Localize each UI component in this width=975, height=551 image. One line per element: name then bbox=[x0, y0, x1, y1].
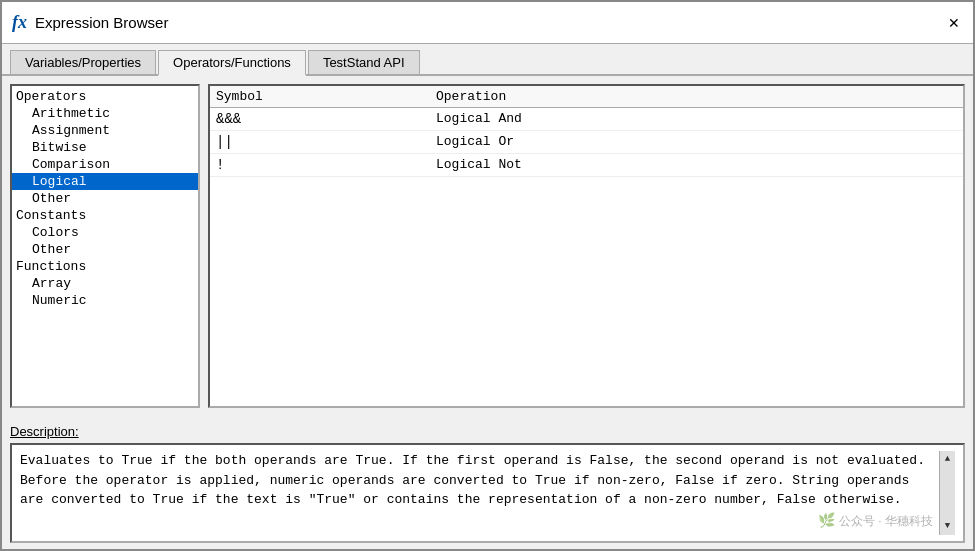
table-row[interactable]: &&& Logical And bbox=[210, 108, 963, 131]
symbol-cell-2: ! bbox=[216, 157, 436, 173]
symbol-cell-1: || bbox=[216, 134, 436, 150]
tab-teststand[interactable]: TestStand API bbox=[308, 50, 420, 74]
operation-cell-0: Logical And bbox=[436, 111, 957, 127]
watermark: 🌿 公众号 · 华穗科技 bbox=[818, 510, 933, 531]
tree-item-other-op[interactable]: Other bbox=[12, 190, 198, 207]
bottom-section: Description: Evaluates to True if the bo… bbox=[2, 416, 973, 549]
title-bar-left: fx Expression Browser bbox=[12, 12, 168, 33]
table-rows: &&& Logical And || Logical Or ! Logical … bbox=[210, 108, 963, 406]
tab-variables[interactable]: Variables/Properties bbox=[10, 50, 156, 74]
tab-operators[interactable]: Operators/Functions bbox=[158, 50, 306, 76]
tree-item-assignment[interactable]: Assignment bbox=[12, 122, 198, 139]
col-header-operation: Operation bbox=[436, 89, 957, 104]
tree-item-colors[interactable]: Colors bbox=[12, 224, 198, 241]
table-row[interactable]: || Logical Or bbox=[210, 131, 963, 154]
watermark-text: 公众号 · 华穗科技 bbox=[839, 512, 933, 530]
tree-item-other-const[interactable]: Other bbox=[12, 241, 198, 258]
tabs-bar: Variables/Properties Operators/Functions… bbox=[2, 44, 973, 76]
description-box: Evaluates to True if the both operands a… bbox=[10, 443, 965, 543]
tree-item-operators[interactable]: Operators bbox=[12, 88, 198, 105]
table-header: Symbol Operation bbox=[210, 86, 963, 108]
close-button[interactable]: ✕ bbox=[945, 14, 963, 32]
symbol-cell-0: &&& bbox=[216, 111, 436, 127]
right-panel: Symbol Operation &&& Logical And || Logi… bbox=[208, 84, 965, 408]
tree-item-comparison[interactable]: Comparison bbox=[12, 156, 198, 173]
operation-cell-2: Logical Not bbox=[436, 157, 957, 173]
scroll-down-arrow[interactable]: ▼ bbox=[945, 520, 950, 534]
tree-item-array[interactable]: Array bbox=[12, 275, 198, 292]
main-content: Operators Arithmetic Assignment Bitwise … bbox=[2, 76, 973, 416]
description-text: Evaluates to True if the both operands a… bbox=[20, 451, 939, 535]
watermark-icon: 🌿 bbox=[818, 510, 835, 531]
operation-cell-1: Logical Or bbox=[436, 134, 957, 150]
tree-item-numeric[interactable]: Numeric bbox=[12, 292, 198, 309]
tree-item-functions[interactable]: Functions bbox=[12, 258, 198, 275]
tree-item-arithmetic[interactable]: Arithmetic bbox=[12, 105, 198, 122]
tree-item-bitwise[interactable]: Bitwise bbox=[12, 139, 198, 156]
expression-browser-window: fx Expression Browser ✕ Variables/Proper… bbox=[0, 0, 975, 551]
table-row[interactable]: ! Logical Not bbox=[210, 154, 963, 177]
description-label: Description: bbox=[10, 424, 965, 439]
col-header-symbol: Symbol bbox=[216, 89, 436, 104]
tree-item-logical[interactable]: Logical bbox=[12, 173, 198, 190]
tree-scroll[interactable]: Operators Arithmetic Assignment Bitwise … bbox=[12, 86, 198, 406]
window-title: Expression Browser bbox=[35, 14, 168, 31]
description-scrollbar[interactable]: ▲ ▼ bbox=[939, 451, 955, 535]
title-bar: fx Expression Browser ✕ bbox=[2, 2, 973, 44]
left-panel: Operators Arithmetic Assignment Bitwise … bbox=[10, 84, 200, 408]
fx-icon: fx bbox=[12, 12, 27, 33]
tree-item-constants[interactable]: Constants bbox=[12, 207, 198, 224]
scroll-up-arrow[interactable]: ▲ bbox=[945, 453, 950, 467]
